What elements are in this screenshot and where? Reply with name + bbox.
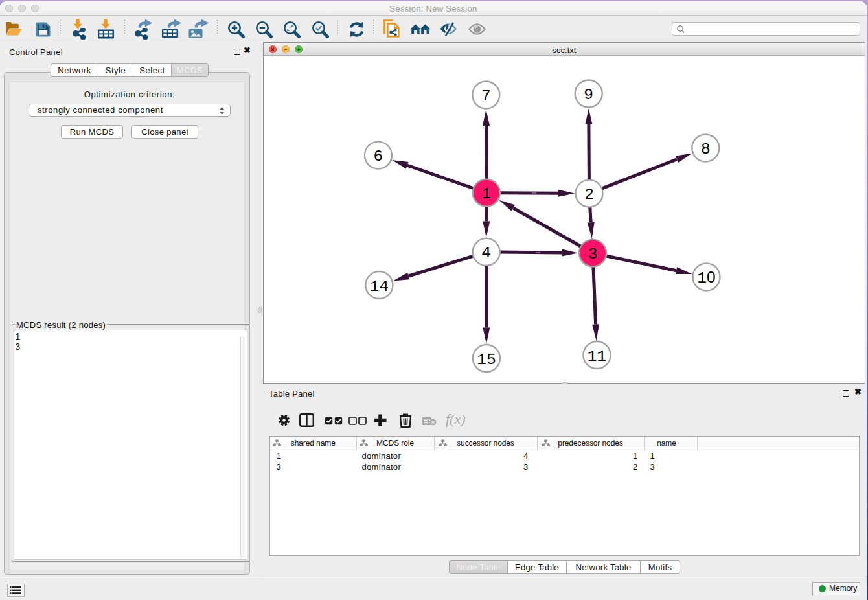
svg-text:8: 8 <box>701 141 711 158</box>
svg-text:1: 1 <box>482 185 492 203</box>
svg-text:11: 11 <box>588 348 606 365</box>
svg-text:3: 3 <box>588 246 598 263</box>
svg-text:4: 4 <box>481 244 491 262</box>
svg-text:2: 2 <box>584 186 594 203</box>
svg-text:14: 14 <box>370 278 389 295</box>
svg-text:6: 6 <box>374 148 383 165</box>
svg-text:7: 7 <box>481 87 491 105</box>
svg-text:15: 15 <box>477 351 496 369</box>
svg-text:9: 9 <box>584 86 593 104</box>
svg-text:10: 10 <box>697 268 715 287</box>
